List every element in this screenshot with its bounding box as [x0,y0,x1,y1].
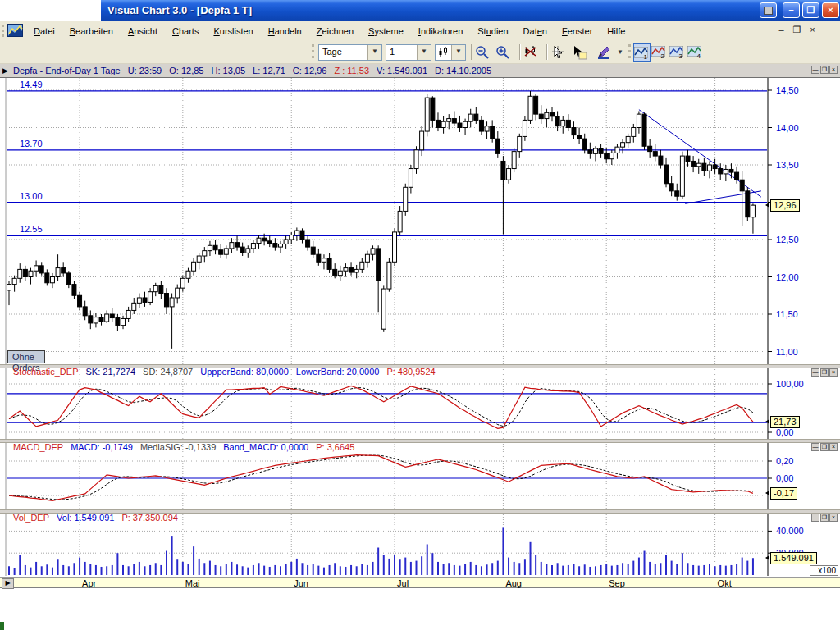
header-field: MACD: -0,1749 [71,442,133,452]
header-field: L: 12,71 [253,66,285,75]
vol-panel-window-controls: —❐× [811,514,838,522]
close-button[interactable]: × [822,2,839,18]
minimize-icon[interactable]: — [811,368,819,377]
zoom-out-button[interactable] [475,43,495,62]
close-icon[interactable]: × [829,443,838,451]
pointer-tool-button[interactable] [550,43,570,62]
month-label-mai: Mai [185,578,200,588]
stoch-value-tag: 21,73 [770,416,800,428]
macd-axis-tick: 0,20 [776,456,793,466]
header-field: P: 37.350.094 [121,513,178,523]
minimize-icon[interactable]: — [811,514,819,522]
macd-value-tag: -0,17 [770,487,797,500]
period-value: Tage [322,47,342,57]
volume-value-tag-arrow [765,555,769,560]
restore-icon[interactable]: ❐ [820,66,829,74]
zoom-in-icon [495,45,510,60]
price-axis-tick: 12,50 [776,235,799,244]
header-field: SK: 21,7274 [85,367,135,377]
price-axis-tick: 11,50 [776,309,798,319]
header-field: Stochastic_DEP [13,367,78,377]
menu-item-hilfe[interactable]: Hilfe [600,24,632,39]
period-combobox[interactable]: Tage ▼ [318,44,382,61]
taskbar-green-square [0,622,4,630]
toolbar-separator [519,44,521,60]
chevron-down-icon[interactable]: ▼ [451,45,465,60]
panel-expand-icon[interactable]: ▶ [2,66,8,75]
price-level-label: 14.49 [20,80,43,89]
header-field: U: 23:59 [128,66,162,75]
menu-item-zeichnen[interactable]: Zeichnen [309,24,361,39]
menu-item-kurslisten[interactable]: Kurslisten [206,24,260,39]
menu-item-daten[interactable]: Daten [516,24,555,39]
price-level-label: 13.00 [20,191,43,201]
toolbar-separator [546,44,548,60]
header-field: Z : 11,53 [334,66,369,75]
menu-item-datei[interactable]: Datei [26,24,62,39]
restore-box-button[interactable] [760,2,777,18]
pointer-note-tool-button[interactable] [572,43,593,62]
mdi-minimize-icon[interactable]: – [776,25,787,35]
interval-combobox[interactable]: 1 ▼ [386,44,431,61]
price-panel-window-controls: —❐× [811,66,838,74]
menu-item-charts[interactable]: Charts [165,24,206,39]
menu-item-indikatoren[interactable]: Indikatoren [411,24,470,39]
chevron-down-icon[interactable]: ▼ [368,45,381,60]
mdi-close-icon[interactable]: × [807,25,818,35]
header-field: Band_MACD: 0,0000 [223,442,308,452]
header-field: V: 1.549.091 [377,66,427,75]
draw-tool-dropdown[interactable]: ▼ [615,43,625,62]
stoch-value-tag-arrow [765,419,769,424]
close-icon[interactable]: × [829,514,838,522]
mdi-window-controls: –❐× [776,25,818,35]
vol-axis-tick: 40.000 [776,526,804,536]
price-axis-tick: 13,50 [776,160,799,170]
toolbar-separator [471,44,472,60]
chevron-down-icon[interactable]: ▼ [417,45,431,60]
volume-scale-badge: x100 [810,565,838,576]
close-icon[interactable]: × [829,66,838,74]
minimize-icon[interactable]: — [811,66,819,74]
price-level-label: 12.55 [20,224,43,234]
menu-item-bearbeiten[interactable]: Bearbeiten [62,24,121,39]
time-axis: ▶ AprMaiJunJulAugSepOkt [0,577,840,588]
macd-value-tag-arrow [765,491,769,495]
zoom-in-button[interactable] [495,43,515,62]
menu-item-studien[interactable]: Studien [470,24,515,39]
toolbar-grip[interactable] [312,44,317,58]
remove-indicator-button[interactable] [523,43,543,62]
chart-header-bar: ▶ Depfa - End-of-Day 1 TageU: 23:59O: 12… [0,64,840,78]
restore-icon[interactable]: ❐ [820,514,829,522]
menu-item-systeme[interactable]: Systeme [361,24,411,39]
candlestick-type-icon [438,47,450,58]
minimize-button[interactable]: – [783,2,800,18]
price-level-label: 13.70 [20,139,43,148]
macd-panel-window-controls: —❐× [811,443,838,451]
menu-grip[interactable] [2,25,7,37]
chart-window-button-4[interactable]: 4 [687,43,705,62]
header-field: Vol: 1.549.091 [57,513,114,523]
pen-icon [596,45,611,60]
chart-window-button-1[interactable]: 1 [633,43,651,62]
chart-window-button-2[interactable]: 2 [651,43,669,62]
restore-button[interactable]: ❐ [802,2,819,18]
close-icon[interactable]: × [829,368,838,377]
draw-tool-button[interactable] [596,43,616,62]
minimize-icon[interactable]: — [811,443,819,451]
window-title: Visual Chart 3.0 - [Depfa 1 T] [107,4,252,16]
price-axis-tick: 11,00 [776,347,798,357]
restore-icon[interactable]: ❐ [820,368,829,377]
ohne-orders-button[interactable]: Ohne Orders [7,350,45,363]
menu-item-ansicht[interactable]: Ansicht [121,24,165,39]
scroll-right-button[interactable]: ▶ [2,578,14,589]
menu-item-handeln[interactable]: Handeln [261,24,309,39]
chart-window-button-3[interactable]: 3 [669,43,687,62]
restore-icon[interactable]: ❐ [820,443,829,451]
chart-type-combobox[interactable]: ▼ [435,44,466,61]
header-field: MACD_DEP [13,442,63,452]
header-field: Depfa - End-of-Day 1 Tage [13,66,121,75]
mdi-restore-icon[interactable]: ❐ [792,25,802,35]
menu-item-fenster[interactable]: Fenster [555,24,600,39]
price-axis-tick: 14,00 [776,123,799,133]
month-label-aug: Aug [505,578,522,588]
